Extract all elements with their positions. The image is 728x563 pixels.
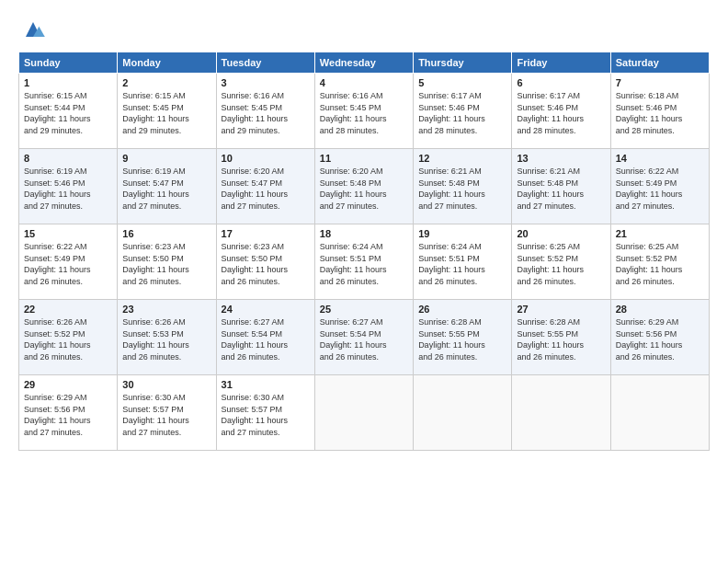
calendar-cell: 16Sunrise: 6:23 AM Sunset: 5:50 PM Dayli… <box>118 224 216 300</box>
day-info: Sunrise: 6:16 AM Sunset: 5:45 PM Dayligh… <box>222 90 310 136</box>
calendar-cell: 26Sunrise: 6:28 AM Sunset: 5:55 PM Dayli… <box>414 300 512 375</box>
calendar-cell: 11Sunrise: 6:20 AM Sunset: 5:48 PM Dayli… <box>314 149 413 224</box>
day-number: 1 <box>24 77 112 88</box>
calendar-cell: 24Sunrise: 6:27 AM Sunset: 5:54 PM Dayli… <box>216 300 314 375</box>
day-info: Sunrise: 6:25 AM Sunset: 5:52 PM Dayligh… <box>616 241 704 287</box>
calendar-cell: 8Sunrise: 6:19 AM Sunset: 5:46 PM Daylig… <box>19 149 118 224</box>
calendar-cell: 13Sunrise: 6:21 AM Sunset: 5:48 PM Dayli… <box>512 149 610 224</box>
day-number: 3 <box>222 77 310 88</box>
column-header-sunday: Sunday <box>19 52 118 74</box>
column-header-monday: Monday <box>118 52 216 74</box>
day-number: 5 <box>418 77 506 88</box>
calendar-cell: 25Sunrise: 6:27 AM Sunset: 5:54 PM Dayli… <box>314 300 413 375</box>
day-number: 12 <box>418 153 506 164</box>
day-number: 18 <box>320 228 408 239</box>
calendar-cell: 2Sunrise: 6:15 AM Sunset: 5:45 PM Daylig… <box>118 74 216 149</box>
day-info: Sunrise: 6:30 AM Sunset: 5:57 PM Dayligh… <box>122 392 210 438</box>
calendar-cell: 4Sunrise: 6:16 AM Sunset: 5:45 PM Daylig… <box>314 74 413 149</box>
day-number: 19 <box>418 228 506 239</box>
day-info: Sunrise: 6:30 AM Sunset: 5:57 PM Dayligh… <box>222 392 310 438</box>
day-number: 9 <box>122 153 210 164</box>
day-number: 11 <box>320 153 408 164</box>
calendar-cell: 18Sunrise: 6:24 AM Sunset: 5:51 PM Dayli… <box>314 224 413 300</box>
day-info: Sunrise: 6:22 AM Sunset: 5:49 PM Dayligh… <box>24 241 112 287</box>
calendar-cell: 31Sunrise: 6:30 AM Sunset: 5:57 PM Dayli… <box>216 375 314 451</box>
calendar-cell <box>512 375 610 451</box>
calendar-week-1: 1Sunrise: 6:15 AM Sunset: 5:44 PM Daylig… <box>19 74 710 149</box>
day-number: 6 <box>517 77 605 88</box>
calendar-cell: 10Sunrise: 6:20 AM Sunset: 5:47 PM Dayli… <box>216 149 314 224</box>
calendar-cell: 23Sunrise: 6:26 AM Sunset: 5:53 PM Dayli… <box>118 300 216 375</box>
calendar-cell: 29Sunrise: 6:29 AM Sunset: 5:56 PM Dayli… <box>19 375 118 451</box>
day-number: 20 <box>517 228 605 239</box>
calendar-cell <box>414 375 512 451</box>
day-info: Sunrise: 6:17 AM Sunset: 5:46 PM Dayligh… <box>418 90 506 136</box>
day-info: Sunrise: 6:15 AM Sunset: 5:45 PM Dayligh… <box>122 90 210 136</box>
day-number: 31 <box>222 379 310 390</box>
logo-icon <box>18 15 48 44</box>
main-container: SundayMondayTuesdayWednesdayThursdayFrid… <box>0 0 728 460</box>
day-number: 7 <box>616 77 704 88</box>
day-info: Sunrise: 6:27 AM Sunset: 5:54 PM Dayligh… <box>222 316 310 362</box>
day-info: Sunrise: 6:26 AM Sunset: 5:52 PM Dayligh… <box>24 316 112 362</box>
calendar-cell: 7Sunrise: 6:18 AM Sunset: 5:46 PM Daylig… <box>610 74 709 149</box>
day-info: Sunrise: 6:19 AM Sunset: 5:46 PM Dayligh… <box>24 166 112 212</box>
day-info: Sunrise: 6:23 AM Sunset: 5:50 PM Dayligh… <box>122 241 210 287</box>
column-header-friday: Friday <box>512 52 610 74</box>
day-number: 22 <box>24 304 112 315</box>
day-info: Sunrise: 6:23 AM Sunset: 5:50 PM Dayligh… <box>222 241 310 287</box>
day-info: Sunrise: 6:22 AM Sunset: 5:49 PM Dayligh… <box>616 166 704 212</box>
day-info: Sunrise: 6:15 AM Sunset: 5:44 PM Dayligh… <box>24 90 112 136</box>
day-info: Sunrise: 6:19 AM Sunset: 5:47 PM Dayligh… <box>122 166 210 212</box>
day-number: 13 <box>517 153 605 164</box>
day-number: 4 <box>320 77 408 88</box>
day-info: Sunrise: 6:20 AM Sunset: 5:47 PM Dayligh… <box>222 166 310 212</box>
calendar-cell: 12Sunrise: 6:21 AM Sunset: 5:48 PM Dayli… <box>414 149 512 224</box>
day-number: 17 <box>222 228 310 239</box>
calendar-cell: 17Sunrise: 6:23 AM Sunset: 5:50 PM Dayli… <box>216 224 314 300</box>
day-number: 21 <box>616 228 704 239</box>
logo <box>18 15 51 44</box>
calendar-cell: 28Sunrise: 6:29 AM Sunset: 5:56 PM Dayli… <box>610 300 709 375</box>
calendar-cell: 1Sunrise: 6:15 AM Sunset: 5:44 PM Daylig… <box>19 74 118 149</box>
day-info: Sunrise: 6:24 AM Sunset: 5:51 PM Dayligh… <box>418 241 506 287</box>
day-number: 16 <box>122 228 210 239</box>
day-info: Sunrise: 6:18 AM Sunset: 5:46 PM Dayligh… <box>616 90 704 136</box>
day-info: Sunrise: 6:17 AM Sunset: 5:46 PM Dayligh… <box>517 90 605 136</box>
column-header-saturday: Saturday <box>610 52 709 74</box>
day-number: 8 <box>24 153 112 164</box>
calendar-week-5: 29Sunrise: 6:29 AM Sunset: 5:56 PM Dayli… <box>19 375 710 451</box>
day-info: Sunrise: 6:16 AM Sunset: 5:45 PM Dayligh… <box>320 90 408 136</box>
calendar-cell: 27Sunrise: 6:28 AM Sunset: 5:55 PM Dayli… <box>512 300 610 375</box>
day-number: 29 <box>24 379 112 390</box>
day-info: Sunrise: 6:29 AM Sunset: 5:56 PM Dayligh… <box>616 316 704 362</box>
calendar-week-3: 15Sunrise: 6:22 AM Sunset: 5:49 PM Dayli… <box>19 224 710 300</box>
day-info: Sunrise: 6:20 AM Sunset: 5:48 PM Dayligh… <box>320 166 408 212</box>
calendar-cell: 30Sunrise: 6:30 AM Sunset: 5:57 PM Dayli… <box>118 375 216 451</box>
calendar-cell <box>314 375 413 451</box>
day-number: 25 <box>320 304 408 315</box>
calendar-cell: 15Sunrise: 6:22 AM Sunset: 5:49 PM Dayli… <box>19 224 118 300</box>
day-number: 24 <box>222 304 310 315</box>
calendar-cell: 9Sunrise: 6:19 AM Sunset: 5:47 PM Daylig… <box>118 149 216 224</box>
column-header-wednesday: Wednesday <box>314 52 413 74</box>
day-number: 14 <box>616 153 704 164</box>
day-number: 28 <box>616 304 704 315</box>
day-info: Sunrise: 6:28 AM Sunset: 5:55 PM Dayligh… <box>517 316 605 362</box>
calendar-week-4: 22Sunrise: 6:26 AM Sunset: 5:52 PM Dayli… <box>19 300 710 375</box>
day-info: Sunrise: 6:21 AM Sunset: 5:48 PM Dayligh… <box>418 166 506 212</box>
calendar-header-row: SundayMondayTuesdayWednesdayThursdayFrid… <box>19 52 710 74</box>
header <box>18 15 710 44</box>
day-number: 26 <box>418 304 506 315</box>
calendar-cell: 19Sunrise: 6:24 AM Sunset: 5:51 PM Dayli… <box>414 224 512 300</box>
day-number: 15 <box>24 228 112 239</box>
calendar-cell: 3Sunrise: 6:16 AM Sunset: 5:45 PM Daylig… <box>216 74 314 149</box>
day-info: Sunrise: 6:29 AM Sunset: 5:56 PM Dayligh… <box>24 392 112 438</box>
day-info: Sunrise: 6:28 AM Sunset: 5:55 PM Dayligh… <box>418 316 506 362</box>
calendar-cell: 22Sunrise: 6:26 AM Sunset: 5:52 PM Dayli… <box>19 300 118 375</box>
day-info: Sunrise: 6:27 AM Sunset: 5:54 PM Dayligh… <box>320 316 408 362</box>
column-header-thursday: Thursday <box>414 52 512 74</box>
column-header-tuesday: Tuesday <box>216 52 314 74</box>
day-number: 27 <box>517 304 605 315</box>
calendar-cell: 6Sunrise: 6:17 AM Sunset: 5:46 PM Daylig… <box>512 74 610 149</box>
